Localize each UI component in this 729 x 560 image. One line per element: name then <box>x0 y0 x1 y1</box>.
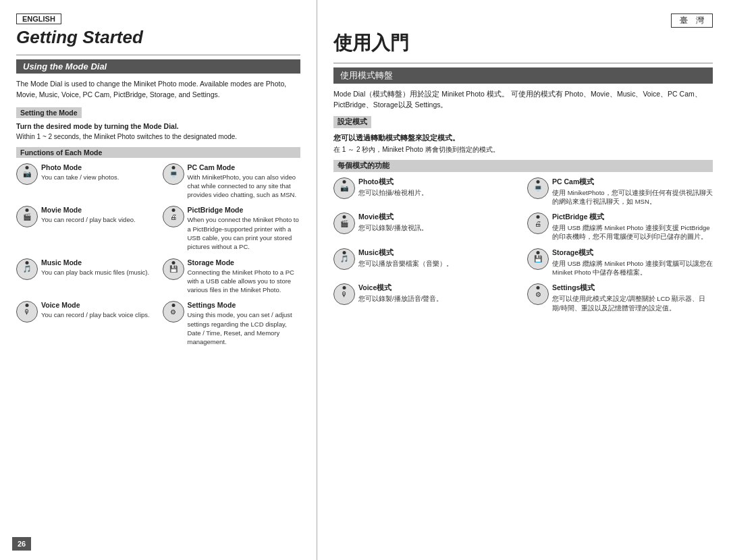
settings-mode-icon: ⚙ <box>163 301 184 323</box>
dial-dot <box>537 180 540 184</box>
storage-mode-text-zh: Storage模式 使用 USB 纜線將 Miniket Photo 連接到電腦… <box>552 248 713 277</box>
voice-mode-text-zh: Voice模式 您可以錄製/播放語音/聲音。 <box>358 283 519 303</box>
music-mode-title-zh: Music模式 <box>358 248 519 258</box>
mode-grid: 📷 Photo Mode You can take / view photos.… <box>16 163 300 351</box>
mode-photo: 📷 Photo Mode You can take / view photos. <box>16 163 155 200</box>
movie-mode-desc: You can record / play back video. <box>41 215 155 224</box>
photo-mode-desc: You can take / view photos. <box>41 173 155 181</box>
mode-pccam-zh: 💻 PC Cam模式 使用 MiniketPhoto，您可以連接到任何有提供視訊… <box>527 177 713 206</box>
page-title-zh: 使用入門 <box>333 30 713 56</box>
page-title-en: Getting Started <box>16 27 300 48</box>
mode-pccam: 💻 PC Cam Mode With MiniketPhoto, you can… <box>163 163 301 200</box>
pictbridge-mode-icon-zh: 🖨 <box>527 213 549 234</box>
voice-mode-title: Voice Mode <box>41 301 155 309</box>
voice-mode-desc-zh: 您可以錄製/播放語音/聲音。 <box>358 294 519 303</box>
pccam-mode-desc-zh: 使用 MiniketPhoto，您可以連接到任何有提供視訊聊天的網站來進行視訊聊… <box>552 188 713 206</box>
movie-icon-symbol: 🎬 <box>23 213 31 221</box>
storage-mode-title-zh: Storage模式 <box>552 248 713 258</box>
settings-icon-symbol: ⚙ <box>170 308 176 316</box>
photo-mode-text: Photo Mode You can take / view photos. <box>41 163 155 181</box>
dial-dot <box>26 304 29 307</box>
pictbridge-mode-desc-zh: 使用 USB 纜線將 Miniket Photo 連接到支援 PictBridg… <box>552 223 713 242</box>
photo-mode-text-zh: Photo模式 您可以拍攝/檢視相片。 <box>358 177 519 197</box>
pictbridge-icon-symbol: 🖨 <box>170 213 177 221</box>
turn-subtext: Within 1 ~ 2 seconds, the Miniket Photo … <box>16 132 300 142</box>
voice-mode-desc: You can record / play back voice clips. <box>41 310 155 319</box>
movie-mode-icon: 🎬 <box>16 206 38 227</box>
settings-mode-desc-zh: 您可以使用此模式來設定/調整關於 LCD 顯示器、日期/時間、重設以及記憶體管理… <box>552 294 713 312</box>
section-header-zh: 使用模式轉盤 <box>333 67 713 84</box>
turn-text: Turn the desired mode by turning the Mod… <box>16 122 300 130</box>
dial-dot <box>26 166 29 169</box>
dial-dot <box>171 304 175 307</box>
dial-dot <box>537 286 540 289</box>
functions-label: Functions of Each Mode <box>16 147 300 158</box>
storage-mode-desc-zh: 使用 USB 纜線將 Miniket Photo 連接到電腦可以讓您在 Mini… <box>552 259 713 277</box>
setting-mode-label-zh: 設定模式 <box>333 116 371 128</box>
pictbridge-mode-title: PictBridge Mode <box>188 206 301 214</box>
dial-dot <box>343 251 346 254</box>
pccam-mode-icon-zh: 💻 <box>527 177 549 199</box>
voice-mode-icon: 🎙 <box>16 301 38 323</box>
storage-mode-icon-zh: 💾 <box>527 248 549 270</box>
setting-mode-label: Setting the Mode <box>16 107 82 118</box>
music-mode-title: Music Mode <box>41 258 155 267</box>
photo-icon-symbol: 📷 <box>23 170 31 177</box>
pictbridge-mode-icon: 🖨 <box>163 206 184 227</box>
mode-grid-zh: 📷 Photo模式 您可以拍攝/檢視相片。 💻 <box>333 177 713 316</box>
left-column: ENGLISH Getting Started Using the Mode D… <box>0 0 317 560</box>
movie-mode-icon-zh: 🎬 <box>333 213 355 234</box>
dial-dot <box>171 208 175 212</box>
movie-mode-text-zh: Movie模式 您可以錄製/播放視訊。 <box>358 213 519 232</box>
mode-movie-zh: 🎬 Movie模式 您可以錄製/播放視訊。 <box>333 213 519 242</box>
pictbridge-mode-desc: When you connect the Miniket Photo to a … <box>188 215 301 251</box>
voice-mode-text: Voice Mode You can record / play back vo… <box>41 301 155 319</box>
language-label: ENGLISH <box>16 13 61 24</box>
pictbridge-mode-title-zh: PictBridge 模式 <box>552 213 713 222</box>
dial-dot <box>171 166 175 169</box>
pccam-icon-symbol: 💻 <box>169 170 178 177</box>
dial-dot <box>171 261 175 264</box>
mode-settings-zh: ⚙ Settings模式 您可以使用此模式來設定/調整關於 LCD 顯示器、日期… <box>527 283 713 312</box>
music-mode-icon: 🎵 <box>16 258 38 280</box>
storage-mode-icon: 💾 <box>163 258 184 280</box>
storage-mode-desc: Connecting the Miniket Photo to a PC wit… <box>188 268 301 295</box>
intro-text-zh: Mode Dial（模式轉盤）用於設定 Miniket Photo 模式。 可使… <box>333 89 713 111</box>
storage-icon-symbol: 💾 <box>169 265 178 273</box>
page: ENGLISH Getting Started Using the Mode D… <box>0 0 729 560</box>
turn-subtext-zh: 在 1 ～ 2 秒內，Miniket Photo 將會切換到指定的模式。 <box>333 145 713 155</box>
dial-dot <box>343 286 346 289</box>
main-content: ENGLISH Getting Started Using the Mode D… <box>0 0 729 560</box>
settings-mode-title-zh: Settings模式 <box>552 283 713 293</box>
settings-mode-title: Settings Mode <box>188 301 301 309</box>
photo-mode-title: Photo Mode <box>41 163 155 171</box>
movie-mode-text: Movie Mode You can record / play back vi… <box>41 206 155 224</box>
pccam-mode-desc: With MiniketPhoto, you can also video ch… <box>188 173 301 200</box>
intro-text-en: The Mode Dial is used to change the Mini… <box>16 79 300 101</box>
page-wrapper: ENGLISH Getting Started Using the Mode D… <box>0 0 729 560</box>
music-mode-desc: You can play back music files (music). <box>41 268 155 277</box>
music-mode-text-zh: Music模式 您可以播放音樂檔案（音樂）。 <box>358 248 519 268</box>
settings-mode-text: Settings Mode Using this mode, you can s… <box>188 301 301 346</box>
photo-mode-title-zh: Photo模式 <box>358 177 519 187</box>
dial-dot <box>343 180 346 184</box>
dial-dot <box>537 251 540 254</box>
pccam-mode-title-zh: PC Cam模式 <box>552 177 713 187</box>
voice-mode-icon-zh: 🎙 <box>333 283 355 305</box>
title-divider-zh <box>333 63 713 63</box>
movie-mode-title-zh: Movie模式 <box>358 213 519 222</box>
mode-storage: 💾 Storage Mode Connecting the Miniket Ph… <box>163 258 301 295</box>
mode-voice-zh: 🎙 Voice模式 您可以錄製/播放語音/聲音。 <box>333 283 519 312</box>
pccam-mode-icon: 💻 <box>163 163 184 185</box>
mode-voice: 🎙 Voice Mode You can record / play back … <box>16 301 155 346</box>
movie-mode-desc-zh: 您可以錄製/播放視訊。 <box>358 223 519 232</box>
title-divider <box>16 55 300 55</box>
mode-storage-zh: 💾 Storage模式 使用 USB 纜線將 Miniket Photo 連接到… <box>527 248 713 277</box>
pccam-mode-text: PC Cam Mode With MiniketPhoto, you can a… <box>188 163 301 200</box>
photo-mode-icon: 📷 <box>16 163 38 185</box>
settings-mode-desc: Using this mode, you can set / adjust se… <box>188 310 301 346</box>
voice-icon-symbol: 🎙 <box>24 308 30 316</box>
right-column: 臺 灣 使用入門 使用模式轉盤 Mode Dial（模式轉盤）用於設定 Mini… <box>317 0 729 560</box>
mode-pictbridge: 🖨 PictBridge Mode When you connect the M… <box>163 206 301 251</box>
taiwan-label: 臺 灣 <box>671 13 713 28</box>
